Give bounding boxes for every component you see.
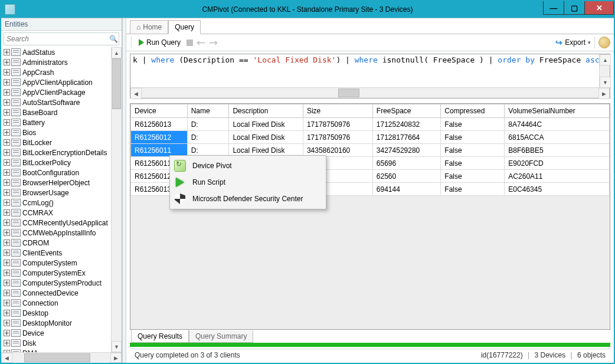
- expand-icon[interactable]: [4, 240, 10, 246]
- nav-back-button[interactable]: 🡐: [197, 38, 205, 48]
- expand-icon[interactable]: [4, 169, 10, 176]
- export-button[interactable]: Export: [565, 38, 585, 47]
- entity-item[interactable]: ConnectedDevice: [4, 288, 111, 298]
- expand-icon[interactable]: [4, 350, 10, 352]
- entity-item[interactable]: Battery: [4, 117, 111, 127]
- entity-item[interactable]: Disk: [4, 338, 111, 348]
- scroll-up-icon[interactable]: ▲: [112, 47, 122, 58]
- entity-item[interactable]: ComputerSystemProduct: [4, 278, 111, 288]
- entity-item[interactable]: AppVClientApplication: [4, 77, 111, 87]
- entity-item[interactable]: CcmLog(): [4, 198, 111, 208]
- expand-icon[interactable]: [4, 270, 10, 276]
- stop-button[interactable]: [187, 40, 193, 46]
- hscroll-thumb[interactable]: [24, 353, 90, 362]
- editor-hscroll[interactable]: ◀▶: [130, 87, 610, 98]
- entity-item[interactable]: ComputerSystem: [4, 258, 111, 268]
- ctx-run-script[interactable]: Run Script: [171, 174, 325, 191]
- settings-button[interactable]: [598, 37, 610, 48]
- expand-icon[interactable]: [4, 129, 10, 136]
- expand-icon[interactable]: [4, 49, 10, 55]
- tab-home[interactable]: ⌂ Home: [130, 20, 168, 34]
- query-editor[interactable]: k | where (Description == 'Local Fixed D…: [130, 54, 610, 99]
- entity-item[interactable]: DesktopMonitor: [4, 318, 111, 328]
- expand-icon[interactable]: [4, 99, 10, 106]
- nav-forward-button[interactable]: 🡒: [209, 38, 218, 48]
- expand-icon[interactable]: [4, 320, 10, 326]
- expand-icon[interactable]: [4, 149, 10, 156]
- expand-icon[interactable]: [4, 290, 10, 296]
- scroll-thumb[interactable]: [112, 58, 121, 109]
- entity-item[interactable]: CCMRAX: [4, 208, 111, 218]
- column-header[interactable]: Compressed: [441, 104, 505, 118]
- expand-icon[interactable]: [4, 209, 10, 216]
- ctx-device-pivot[interactable]: Device Pivot: [171, 158, 325, 174]
- expand-icon[interactable]: [4, 139, 10, 146]
- expand-icon[interactable]: [4, 250, 10, 256]
- entity-item[interactable]: Desktop: [4, 308, 111, 318]
- column-header[interactable]: Size: [303, 104, 372, 118]
- expand-icon[interactable]: [4, 219, 10, 226]
- column-header[interactable]: VolumeSerialNumber: [505, 104, 610, 118]
- entity-item[interactable]: CDROM: [4, 238, 111, 248]
- column-header[interactable]: Device: [131, 104, 188, 118]
- expand-icon[interactable]: [4, 69, 10, 76]
- entity-item[interactable]: Administrators: [4, 57, 111, 67]
- entity-item[interactable]: BrowserHelperObject: [4, 178, 111, 188]
- column-header[interactable]: Description: [229, 104, 303, 118]
- entity-item[interactable]: BrowserUsage: [4, 188, 111, 198]
- entity-item[interactable]: BitLockerPolicy: [4, 158, 111, 168]
- entity-item[interactable]: AppVClientPackage: [4, 87, 111, 97]
- entity-item[interactable]: BitLocker: [4, 137, 111, 147]
- entities-tree[interactable]: AadStatusAdministratorsAppCrashAppVClien…: [1, 47, 111, 352]
- tree-hscroll[interactable]: ◀ ▶: [1, 352, 122, 363]
- ctx-defender[interactable]: Microsoft Defender Security Center: [171, 191, 325, 207]
- expand-icon[interactable]: [4, 59, 10, 65]
- maximize-button[interactable]: ▢: [564, 1, 584, 15]
- expand-icon[interactable]: [4, 89, 10, 96]
- entity-item[interactable]: Bios: [4, 127, 111, 137]
- expand-icon[interactable]: [4, 199, 10, 206]
- expand-icon[interactable]: [4, 179, 10, 186]
- run-query-button[interactable]: Run Query: [136, 37, 183, 48]
- expand-icon[interactable]: [4, 229, 10, 236]
- entity-item[interactable]: ClientEvents: [4, 248, 111, 258]
- entity-item[interactable]: CCMRecentlyUsedApplicat: [4, 218, 111, 228]
- expand-icon[interactable]: [4, 109, 10, 116]
- entity-item[interactable]: DMA: [4, 348, 111, 352]
- scroll-right-icon[interactable]: ▶: [110, 353, 122, 363]
- entity-item[interactable]: AppCrash: [4, 67, 111, 77]
- expand-icon[interactable]: [4, 260, 10, 266]
- entity-item[interactable]: AutoStartSoftware: [4, 97, 111, 107]
- entity-item[interactable]: Device: [4, 328, 111, 338]
- column-header[interactable]: Name: [187, 104, 229, 118]
- scroll-left-icon[interactable]: ◀: [1, 353, 12, 363]
- entity-item[interactable]: BootConfiguration: [4, 168, 111, 178]
- tab-query[interactable]: Query: [168, 20, 201, 34]
- entity-item[interactable]: BaseBoard: [4, 107, 111, 117]
- minimize-button[interactable]: —: [543, 1, 564, 15]
- entities-search[interactable]: 🔍: [4, 32, 119, 45]
- expand-icon[interactable]: [4, 280, 10, 286]
- expand-icon[interactable]: [4, 159, 10, 166]
- expand-icon[interactable]: [4, 300, 10, 306]
- entity-item[interactable]: Connection: [4, 298, 111, 308]
- entity-item[interactable]: BitLockerEncryptionDetails: [4, 147, 111, 158]
- scroll-down-icon[interactable]: ▼: [112, 341, 122, 352]
- close-button[interactable]: ✕: [584, 1, 614, 15]
- table-row[interactable]: R61256012D:Local Fixed Disk1717875097617…: [131, 131, 610, 144]
- expand-icon[interactable]: [4, 310, 10, 316]
- search-input[interactable]: [4, 35, 108, 43]
- table-row[interactable]: R61256013D:Local Fixed Disk1717875097617…: [131, 118, 610, 131]
- expand-icon[interactable]: [4, 340, 10, 346]
- expand-icon[interactable]: [4, 189, 10, 196]
- tree-vscroll[interactable]: ▲ ▼: [111, 47, 122, 352]
- tab-query-results[interactable]: Query Results: [131, 330, 189, 343]
- expand-icon[interactable]: [4, 119, 10, 126]
- entity-item[interactable]: CCMWebAppInstallInfo: [4, 228, 111, 238]
- column-header[interactable]: FreeSpace: [372, 104, 440, 118]
- expand-icon[interactable]: [4, 79, 10, 86]
- splitter[interactable]: [122, 18, 126, 363]
- export-dropdown-icon[interactable]: ▾: [588, 40, 591, 45]
- entity-item[interactable]: ComputerSystemEx: [4, 268, 111, 278]
- entity-item[interactable]: AadStatus: [4, 47, 111, 57]
